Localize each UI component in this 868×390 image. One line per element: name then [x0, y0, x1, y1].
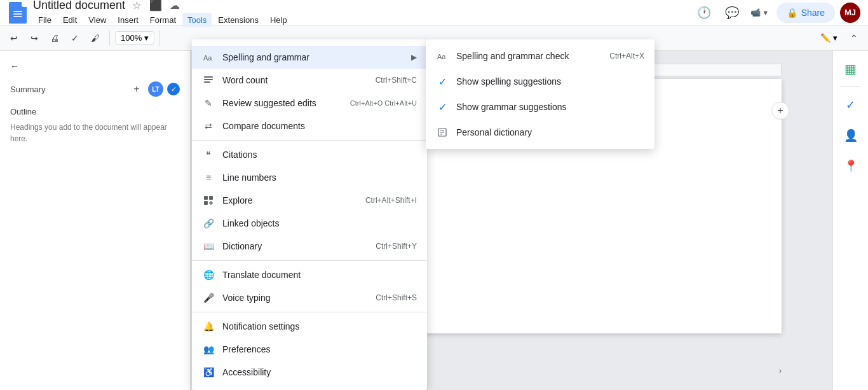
move-icon[interactable]: ⬛ — [148, 0, 163, 13]
menu-item-translate[interactable]: 🌐 Translate document — [192, 263, 427, 286]
menu-insert[interactable]: Insert — [112, 13, 144, 27]
show-spelling-row[interactable]: ✓ Show spelling suggestions — [426, 69, 654, 94]
wordcount-shortcut: Ctrl+Shift+C — [376, 76, 417, 85]
spelling-submenu: Aa Spelling and grammar check Ctrl+Alt+X… — [426, 39, 654, 149]
app-icon — [8, 3, 28, 23]
menu-item-spelling[interactable]: Aa Spelling and grammar ▶ — [192, 46, 427, 69]
personal-dict-icon — [436, 126, 449, 139]
dictionary-icon: 📖 — [202, 240, 215, 253]
zoom-value: 100% — [121, 33, 142, 43]
spell-check-row[interactable]: Aa Spelling and grammar check Ctrl+Alt+X — [426, 43, 654, 69]
contacts-icon[interactable]: 👤 — [838, 123, 864, 148]
menu-format[interactable]: Format — [145, 13, 181, 27]
user-avatar[interactable]: MJ — [840, 3, 860, 23]
dictionary-shortcut: Ctrl+Shift+Y — [376, 242, 417, 251]
review-icon: ✎ — [202, 97, 215, 109]
paint-format-button[interactable]: 🖌 — [86, 29, 104, 47]
comments-button[interactable]: 💬 — [721, 1, 743, 24]
compare-label: Compare documents — [222, 121, 417, 131]
title-area: Untitled document ☆ ⬛ ☁ File Edit View I… — [33, 0, 688, 27]
edit-mode-button[interactable]: ✏️ ▾ — [815, 31, 843, 45]
summary-title: Summary — [10, 85, 46, 94]
menu-tools[interactable]: Tools — [182, 13, 212, 27]
explore-icon — [202, 194, 215, 207]
spelling-icon: Aa — [202, 51, 215, 64]
add-comment-button[interactable]: + — [771, 102, 789, 120]
svg-rect-4 — [204, 196, 208, 200]
meet-button[interactable]: 📹▼ — [749, 1, 771, 24]
preferences-label: Preferences — [222, 344, 417, 354]
tasks-icon[interactable]: ✓ — [838, 92, 864, 118]
sheets-icon[interactable]: ▦ — [838, 56, 864, 81]
star-icon[interactable]: ☆ — [129, 0, 144, 13]
explore-shortcut: Ctrl+Alt+Shift+I — [365, 196, 417, 205]
wordcount-icon — [202, 74, 215, 87]
menu-item-voicetyping[interactable]: 🎤 Voice typing Ctrl+Shift+S — [192, 286, 427, 309]
menu-extensions[interactable]: Extensions — [213, 13, 264, 27]
toolbar-divider-1 — [109, 31, 110, 46]
menu-item-review[interactable]: ✎ Review suggested edits Ctrl+Alt+O Ctrl… — [192, 92, 427, 115]
menu-help[interactable]: Help — [265, 13, 292, 27]
tools-menu: Aa Spelling and grammar ▶ Word count Ctr… — [192, 39, 427, 390]
maps-icon[interactable]: 📍 — [838, 153, 864, 179]
compare-icon: ⇄ — [202, 120, 215, 132]
back-icon: ← — [10, 61, 19, 71]
menu-edit[interactable]: Edit — [58, 13, 82, 27]
outline-section: Outline Headings you add to the document… — [10, 107, 180, 144]
personal-dict-row[interactable]: Personal dictionary — [426, 120, 654, 145]
menu-item-linenumbers[interactable]: ≡ Line numbers — [192, 166, 427, 189]
notification-icon: 🔔 — [202, 320, 215, 333]
dictionary-label: Dictionary — [222, 241, 368, 251]
linked-label: Linked objects — [222, 218, 417, 228]
doc-title-text: Untitled document — [33, 0, 125, 12]
share-label: Share — [801, 8, 825, 18]
spell-check-spell-icon: Aa — [436, 50, 449, 62]
summary-section: Summary + LT ✓ — [10, 81, 180, 97]
lock-icon: 🔒 — [787, 8, 797, 18]
show-grammar-row[interactable]: ✓ Show grammar suggestions — [426, 94, 654, 120]
undo-button[interactable]: ↩ — [5, 29, 23, 47]
svg-rect-3 — [204, 81, 210, 83]
citations-icon: ❝ — [202, 148, 215, 161]
history-button[interactable]: 🕐 — [693, 1, 715, 24]
menu-item-compare[interactable]: ⇄ Compare documents — [192, 115, 427, 137]
notifications-label: Notification settings — [222, 321, 417, 331]
linked-icon: 🔗 — [202, 217, 215, 230]
tools-menu-section-2: ❝ Citations ≡ Line numbers Explore Ctrl+… — [192, 141, 427, 261]
menu-item-citations[interactable]: ❝ Citations — [192, 143, 427, 166]
redo-button[interactable]: ↪ — [25, 29, 43, 47]
menu-item-wordcount[interactable]: Word count Ctrl+Shift+C — [192, 69, 427, 92]
spelling-label: Spelling and grammar — [222, 52, 403, 62]
zoom-selector[interactable]: 100% ▾ — [115, 31, 154, 45]
translate-label: Translate document — [222, 270, 417, 280]
menu-view[interactable]: View — [83, 13, 111, 27]
menu-item-linked[interactable]: 🔗 Linked objects — [192, 212, 427, 235]
spellcheck-button[interactable]: ✓ — [66, 29, 84, 47]
svg-rect-5 — [209, 196, 213, 200]
collapse-button[interactable]: ⌃ — [845, 29, 863, 47]
summary-header: Summary + LT ✓ — [10, 81, 180, 97]
cloud-icon[interactable]: ☁ — [167, 0, 182, 13]
menu-item-dictionary[interactable]: 📖 Dictionary Ctrl+Shift+Y — [192, 235, 427, 258]
personal-dict-label: Personal dictionary — [456, 127, 644, 137]
menu-file[interactable]: File — [33, 13, 57, 27]
menu-item-accessibility[interactable]: ♿ Accessibility — [192, 361, 427, 384]
menu-item-notifications[interactable]: 🔔 Notification settings — [192, 315, 427, 338]
summary-add-button[interactable]: + — [129, 81, 144, 97]
lt-badge[interactable]: LT — [148, 81, 163, 97]
top-right: 🕐 💬 📹▼ 🔒 Share MJ — [693, 1, 860, 24]
spell-check-shortcut: Ctrl+Alt+X — [609, 52, 644, 60]
pen-dropdown: ▾ — [833, 33, 837, 43]
share-button[interactable]: 🔒 Share — [776, 3, 835, 23]
collapse-sidebar-button[interactable]: › — [774, 365, 787, 377]
print-button[interactable]: 🖨 — [46, 29, 64, 47]
show-grammar-label: Show grammar suggestions — [456, 102, 644, 112]
menu-item-preferences[interactable]: 👥 Preferences — [192, 338, 427, 361]
doc-title-row: Untitled document ☆ ⬛ ☁ — [33, 0, 688, 13]
explore-label: Explore — [222, 195, 358, 205]
sidebar-back-button[interactable]: ← — [10, 61, 180, 71]
doc-icon — [9, 2, 27, 24]
spell-check-label: Spelling and grammar check — [456, 51, 602, 61]
menu-item-explore[interactable]: Explore Ctrl+Alt+Shift+I — [192, 189, 427, 212]
check-badge[interactable]: ✓ — [167, 83, 180, 95]
